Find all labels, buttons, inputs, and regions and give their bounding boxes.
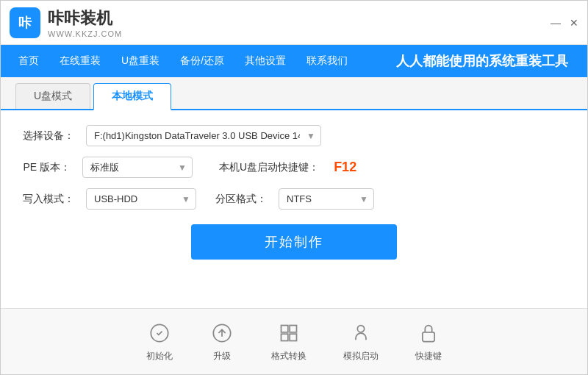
- close-button[interactable]: ✕: [570, 18, 578, 28]
- svg-rect-3: [282, 326, 288, 332]
- main-window: 咔 咔咔装机 WWW.KKZJ.COM — ✕ 首页 在线重装 U盘重装 备份/: [0, 0, 588, 375]
- device-select[interactable]: F:(hd1)Kingston DataTraveler 3.0 USB Dev…: [86, 125, 321, 146]
- tabbar: U盘模式 本地模式: [1, 77, 587, 110]
- minimize-button[interactable]: —: [551, 18, 561, 28]
- pe-select-wrapper: 标准版 ▼: [82, 157, 193, 178]
- navbar: 首页 在线重装 U盘重装 备份/还原 其他设置 联系我们 人人都能使用的系统重装…: [1, 45, 587, 77]
- partition-label: 分区格式：: [215, 193, 267, 206]
- partition-select-wrapper: NTFS ▼: [279, 188, 374, 210]
- write-select[interactable]: USB-HDD: [86, 188, 196, 210]
- svg-rect-6: [290, 334, 296, 340]
- app-title: 咔咔装机: [48, 7, 122, 29]
- nav-item-contact[interactable]: 联系我们: [296, 45, 358, 77]
- nav-item-home[interactable]: 首页: [8, 45, 49, 77]
- tool-item-shortcut[interactable]: 快捷键: [415, 321, 442, 362]
- svg-point-7: [357, 326, 364, 332]
- app-url: WWW.KKZJ.COM: [48, 29, 122, 38]
- nav-items: 首页 在线重装 U盘重装 备份/还原 其他设置 联系我们: [8, 45, 358, 77]
- grid-icon: [276, 321, 301, 346]
- svg-rect-5: [282, 334, 288, 340]
- arrow-up-circle-icon: [209, 321, 234, 346]
- logo-area: 咔 咔咔装机 WWW.KKZJ.COM: [10, 7, 122, 38]
- pe-select[interactable]: 标准版: [82, 157, 193, 178]
- write-select-wrapper: USB-HDD ▼: [86, 188, 196, 210]
- tool-shortcut-label: 快捷键: [415, 350, 442, 362]
- start-btn-row: 开始制作: [23, 224, 565, 260]
- device-select-wrapper: F:(hd1)Kingston DataTraveler 3.0 USB Dev…: [86, 125, 321, 146]
- svg-rect-8: [423, 332, 434, 342]
- lock-icon: [416, 321, 441, 346]
- write-label: 写入模式：: [23, 193, 74, 206]
- device-row: 选择设备： F:(hd1)Kingston DataTraveler 3.0 U…: [23, 125, 565, 146]
- nav-item-online[interactable]: 在线重装: [49, 45, 111, 77]
- nav-slogan: 人人都能使用的系统重装工具: [396, 52, 580, 70]
- tool-simulate-label: 模拟启动: [343, 350, 379, 362]
- nav-item-settings[interactable]: 其他设置: [234, 45, 296, 77]
- start-button[interactable]: 开始制作: [191, 224, 397, 260]
- tool-item-simulate[interactable]: 模拟启动: [343, 321, 379, 362]
- hotkey-label: 本机U盘启动快捷键：: [219, 161, 319, 174]
- tool-init-label: 初始化: [146, 350, 173, 362]
- svg-rect-4: [290, 326, 296, 332]
- tool-format-label: 格式转换: [271, 350, 306, 362]
- titlebar: 咔 咔咔装机 WWW.KKZJ.COM — ✕: [1, 1, 587, 45]
- nav-item-backup[interactable]: 备份/还原: [170, 45, 234, 77]
- window-controls: — ✕: [551, 18, 578, 28]
- nav-item-usb[interactable]: U盘重装: [111, 45, 170, 77]
- check-circle-icon: [147, 321, 172, 346]
- write-mode-row: 写入模式： USB-HDD ▼ 分区格式： NTFS ▼: [23, 188, 565, 210]
- tool-item-format[interactable]: 格式转换: [271, 321, 306, 362]
- person-icon: [348, 321, 373, 346]
- logo-symbol: 咔: [18, 14, 32, 32]
- tool-item-upgrade[interactable]: 升级: [209, 321, 234, 362]
- partition-select[interactable]: NTFS: [279, 188, 374, 210]
- tab-local-mode[interactable]: 本地模式: [93, 83, 171, 110]
- pe-row: PE 版本： 标准版 ▼ 本机U盘启动快捷键： F12: [23, 157, 565, 178]
- tab-usb-mode[interactable]: U盘模式: [15, 83, 90, 109]
- main-content: 选择设备： F:(hd1)Kingston DataTraveler 3.0 U…: [1, 110, 587, 308]
- tool-upgrade-label: 升级: [213, 350, 231, 362]
- bottom-toolbar: 初始化 升级 格式转换: [1, 308, 587, 374]
- logo-text: 咔咔装机 WWW.KKZJ.COM: [48, 7, 122, 38]
- app-logo-icon: 咔: [10, 7, 40, 38]
- hotkey-value: F12: [334, 160, 356, 175]
- pe-label: PE 版本：: [23, 161, 71, 174]
- tool-item-init[interactable]: 初始化: [146, 321, 173, 362]
- device-label: 选择设备：: [23, 129, 74, 143]
